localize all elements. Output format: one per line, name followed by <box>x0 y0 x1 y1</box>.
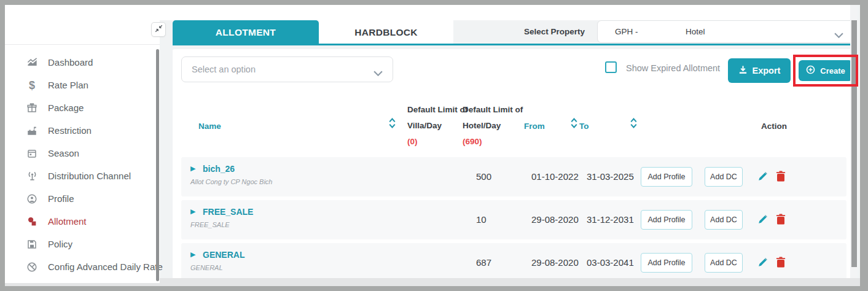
allotment-subtitle: FREE_SALE <box>190 221 230 228</box>
top-header-strip <box>160 5 855 20</box>
hotel-limit-value: (690) <box>463 134 523 150</box>
page-background: Dashboard $ Rate Plan Package Res <box>5 5 860 283</box>
add-profile-button[interactable]: Add Profile <box>641 167 692 187</box>
config-circle-icon <box>25 260 39 274</box>
column-header-to[interactable]: To <box>579 122 589 131</box>
page-scrollbar-thumb[interactable] <box>851 20 857 267</box>
add-profile-button[interactable]: Add Profile <box>641 210 692 230</box>
tab-hardblock-label: HARDBLOCK <box>354 27 418 38</box>
tab-allotment-label: ALLOTMENT <box>216 27 276 38</box>
page-scrollbar-track[interactable] <box>850 5 858 283</box>
villa-header-line1: Default Limit of <box>407 102 467 118</box>
to-date-cell: 31-03-2025 <box>587 171 634 182</box>
allotment-subtitle: Allot Cong ty CP Ngoc Bich <box>190 178 272 185</box>
sidebar-item-policy[interactable]: Policy <box>5 233 160 255</box>
select-property-label: Select Property <box>524 27 585 36</box>
hotel-limit-cell: 10 <box>476 214 487 225</box>
allotment-subtitle: GENERAL <box>190 264 223 271</box>
sidebar-item-label: Allotment <box>48 216 87 227</box>
add-dc-button[interactable]: Add DC <box>705 167 743 187</box>
sidebar-item-label: Dashboard <box>48 57 93 68</box>
property-select-dropdown[interactable]: GPH - Hotel <box>597 20 855 43</box>
to-date-cell: 31-12-2031 <box>587 214 634 225</box>
sidebar-item-dashboard[interactable]: Dashboard <box>5 51 160 74</box>
delete-trash-icon[interactable] <box>776 171 786 184</box>
sort-icon-to[interactable] <box>630 118 637 131</box>
add-dc-button[interactable]: Add DC <box>705 253 743 273</box>
sidebar-header <box>5 5 160 45</box>
dashboard-chart-icon <box>25 55 39 70</box>
add-dc-button[interactable]: Add DC <box>705 210 743 230</box>
column-header-villa-limit: Default Limit of Villa/Day (0) <box>407 102 467 150</box>
villa-limit-value: (0) <box>407 134 467 150</box>
app-window: Dashboard $ Rate Plan Package Res <box>0 0 868 291</box>
expand-arrow-icon[interactable]: ▶ <box>190 250 195 258</box>
column-header-hotel-limit: Default Limit of Hotel/Day (690) <box>463 102 523 150</box>
sort-icon-name[interactable] <box>389 118 396 131</box>
table-row: ▶ bich_26 Allot Cong ty CP Ngoc Bich 500… <box>181 157 846 196</box>
sort-icon-from[interactable] <box>571 118 577 131</box>
create-label: Create <box>820 66 845 76</box>
export-button[interactable]: Export <box>728 58 791 83</box>
create-button[interactable]: Create <box>799 60 853 81</box>
tab-allotment[interactable]: ALLOTMENT <box>173 20 319 44</box>
delete-trash-icon[interactable] <box>776 257 786 270</box>
hotel-header-line1: Default Limit of <box>463 102 523 118</box>
sidebar-item-profile[interactable]: Profile <box>5 187 160 210</box>
sidebar-item-restriction[interactable]: Restriction <box>5 119 160 142</box>
sidebar-item-season[interactable]: Season <box>5 142 160 165</box>
edit-pencil-icon[interactable] <box>757 171 768 184</box>
column-header-from[interactable]: From <box>524 122 545 131</box>
edit-pencil-icon[interactable] <box>757 257 768 270</box>
tab-underline <box>173 44 856 45</box>
sidebar-scrollbar[interactable] <box>156 49 159 281</box>
chevron-down-icon <box>373 68 383 79</box>
allotment-panel: Select an option Show Expired Allotment … <box>173 49 856 281</box>
sidebar-item-rate-plan[interactable]: $ Rate Plan <box>5 74 160 96</box>
export-label: Export <box>753 66 781 76</box>
property-name: Hotel <box>686 27 705 36</box>
collapse-arrows-icon <box>155 25 163 34</box>
sidebar-item-label: Policy <box>48 239 72 249</box>
save-disk-icon <box>25 237 39 252</box>
sidebar-item-label: Package <box>48 103 84 113</box>
filter-placeholder: Select an option <box>192 64 256 74</box>
allotment-name-link[interactable]: GENERAL <box>203 250 244 260</box>
add-profile-button[interactable]: Add Profile <box>641 253 692 273</box>
allotment-name-link[interactable]: FREE_SALE <box>203 207 253 217</box>
from-date-cell: 01-10-2022 <box>531 171 579 182</box>
sidebar-item-label: Rate Plan <box>48 80 88 90</box>
tab-hardblock[interactable]: HARDBLOCK <box>319 20 453 44</box>
sidebar-item-label: Config Advanced Daily Rate <box>48 262 163 272</box>
gift-icon <box>25 101 39 115</box>
download-icon <box>738 65 748 76</box>
sidebar-item-package[interactable]: Package <box>5 96 160 119</box>
sidebar-item-config-advanced-daily-rate[interactable]: Config Advanced Daily Rate <box>5 255 160 278</box>
show-expired-checkbox[interactable] <box>605 61 617 73</box>
shapes-icon <box>25 214 39 229</box>
from-date-cell: 29-08-2020 <box>531 257 579 268</box>
sidebar-item-label: Restriction <box>48 125 92 136</box>
restriction-icon <box>25 123 39 138</box>
user-circle-icon <box>25 192 39 206</box>
sidebar-item-allotment[interactable]: Allotment <box>5 210 160 233</box>
hotel-header-line2: Hotel/Day <box>463 118 523 134</box>
hotel-limit-cell: 500 <box>476 171 491 182</box>
expand-arrow-icon[interactable]: ▶ <box>190 165 195 173</box>
sidebar-item-distribution-channel[interactable]: Distribution Channel <box>5 165 160 187</box>
edit-pencil-icon[interactable] <box>757 214 768 227</box>
hotel-limit-cell: 687 <box>476 257 491 268</box>
property-code: GPH - <box>615 27 638 36</box>
column-header-name[interactable]: Name <box>198 122 221 131</box>
sidebar-item-label: Profile <box>48 193 74 204</box>
allotment-name-link[interactable]: bich_26 <box>203 164 235 174</box>
filter-select-dropdown[interactable]: Select an option <box>181 56 393 82</box>
sidebar-item-label: Distribution Channel <box>48 171 131 181</box>
sidebar-menu: Dashboard $ Rate Plan Package Res <box>5 45 160 278</box>
sidebar-item-label: Season <box>48 148 79 158</box>
column-header-action: Action <box>761 122 787 131</box>
sidebar-collapse-button[interactable] <box>151 22 166 37</box>
from-date-cell: 29-08-2020 <box>531 214 579 225</box>
delete-trash-icon[interactable] <box>776 214 786 227</box>
expand-arrow-icon[interactable]: ▶ <box>190 208 195 215</box>
